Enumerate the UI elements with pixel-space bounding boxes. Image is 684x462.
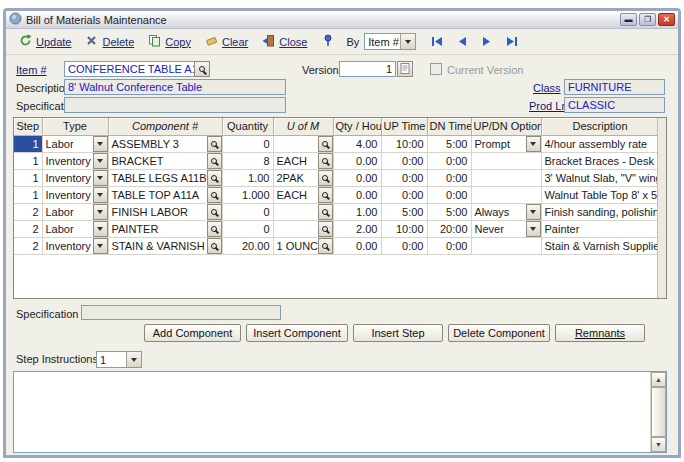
grid-cell-uom[interactable]: 2PAK	[273, 169, 333, 186]
search-icon[interactable]	[207, 170, 222, 186]
grid-cell-description[interactable]: Bracket Braces - Desk Unit	[541, 152, 659, 169]
grid-cell-quantity[interactable]: 20.00	[222, 237, 273, 254]
grid-cell-component[interactable]: FINISH LABOR	[108, 203, 222, 220]
version-notes-button[interactable]	[397, 61, 413, 77]
step-instructions-combo[interactable]: 1	[96, 351, 142, 368]
grid-cell-qty-hour[interactable]: 0.00	[333, 169, 381, 186]
grid-cell-description[interactable]: Painter	[541, 220, 659, 237]
add-component-button[interactable]: Add Component	[144, 324, 241, 342]
delete-button[interactable]: Delete	[78, 31, 141, 52]
chevron-down-icon[interactable]	[93, 187, 108, 203]
table-row[interactable]: 2 Labor PAINTER 0 2.00 10:00 20:00 Never…	[14, 220, 659, 237]
copy-button[interactable]: Copy	[141, 31, 198, 52]
grid-cell-uom[interactable]	[273, 220, 333, 237]
grid-cell-step[interactable]: 2	[14, 220, 42, 237]
close-button[interactable]: ✕	[658, 13, 675, 26]
scroll-up-arrow-icon[interactable]: ▲	[651, 372, 666, 387]
class-label[interactable]: Class	[533, 82, 561, 94]
grid-cell-type[interactable]: Inventory	[42, 237, 108, 254]
table-row[interactable]: 1 Labor ASSEMBLY 3 0 4.00 10:00 5:00 Pro…	[14, 135, 659, 152]
search-icon[interactable]	[207, 187, 222, 203]
grid-cell-step[interactable]: 1	[14, 169, 42, 186]
grid-cell-up-time[interactable]: 10:00	[381, 220, 427, 237]
grid-cell-component[interactable]: TABLE TOP A11A	[108, 186, 222, 203]
table-row[interactable]: 1 Inventory BRACKET 8 EACH 0.00 0:00 0:0…	[14, 152, 659, 169]
prodln-label[interactable]: Prod Ln	[529, 100, 568, 112]
grid-cell-type[interactable]: Inventory	[42, 152, 108, 169]
chevron-down-icon[interactable]	[400, 34, 415, 49]
grid-cell-qty-hour[interactable]: 0.00	[333, 186, 381, 203]
grid-cell-type[interactable]: Labor	[42, 203, 108, 220]
grid-cell-dn-time[interactable]: 0:00	[427, 186, 471, 203]
version-input[interactable]: 1	[339, 61, 396, 77]
grid-cell-type[interactable]: Labor	[42, 135, 108, 152]
grid-cell-uom[interactable]: EACH	[273, 152, 333, 169]
grid-cell-dn-time[interactable]: 5:00	[427, 203, 471, 220]
table-row[interactable]: 2 Inventory STAIN & VARNISH 20.00 1 OUNC…	[14, 237, 659, 254]
search-icon[interactable]	[207, 153, 222, 169]
grid-cell-uom[interactable]: 1 OUNCE	[273, 237, 333, 254]
grid-cell-component[interactable]: PAINTER	[108, 220, 222, 237]
pin-button[interactable]	[318, 31, 338, 53]
scrollbar-thumb[interactable]	[651, 387, 666, 437]
first-record-button[interactable]	[430, 35, 445, 48]
grid-cell-up-time[interactable]: 5:00	[381, 203, 427, 220]
grid-cell-dn-time[interactable]: 5:00	[427, 135, 471, 152]
search-icon[interactable]	[318, 136, 333, 152]
search-icon[interactable]	[207, 238, 222, 254]
grid-cell-qty-hour[interactable]: 1.00	[333, 203, 381, 220]
grid-cell-updn-option[interactable]	[471, 237, 541, 254]
scroll-down-arrow-icon[interactable]: ▼	[651, 437, 666, 452]
grid-cell-updn-option[interactable]: Never	[471, 220, 541, 237]
grid-cell-dn-time[interactable]: 0:00	[427, 169, 471, 186]
clear-button[interactable]: Clear	[198, 31, 255, 52]
grid-cell-step[interactable]: 2	[14, 237, 42, 254]
delete-component-button[interactable]: Delete Component	[448, 324, 550, 342]
table-row[interactable]: 1 Inventory TABLE TOP A11A 1.000 EACH 0.…	[14, 186, 659, 203]
chevron-down-icon[interactable]	[93, 153, 108, 169]
table-row[interactable]: 1 Inventory TABLE LEGS A11B 1.00 2PAK 0.…	[14, 169, 659, 186]
grid-cell-step[interactable]: 2	[14, 203, 42, 220]
grid-cell-description[interactable]: 4/hour assembly rate	[541, 135, 659, 152]
grid-cell-up-time[interactable]: 0:00	[381, 186, 427, 203]
grid-cell-quantity[interactable]: 8	[222, 152, 273, 169]
search-icon[interactable]	[207, 136, 222, 152]
previous-record-button[interactable]	[456, 35, 469, 48]
chevron-down-icon[interactable]	[126, 352, 141, 367]
grid-cell-step[interactable]: 1	[14, 135, 42, 152]
search-icon[interactable]	[318, 204, 333, 220]
grid-cell-component[interactable]: TABLE LEGS A11B	[108, 169, 222, 186]
item-search-button[interactable]	[194, 61, 210, 77]
grid-cell-updn-option[interactable]: Always	[471, 203, 541, 220]
by-combo[interactable]: Item #	[364, 33, 416, 50]
chevron-down-icon[interactable]	[93, 221, 108, 237]
grid-cell-quantity[interactable]: 1.00	[222, 169, 273, 186]
grid-cell-quantity[interactable]: 0	[222, 135, 273, 152]
grid-cell-quantity[interactable]: 1.000	[222, 186, 273, 203]
grid-cell-step[interactable]: 1	[14, 186, 42, 203]
grid-cell-description[interactable]: Stain & Varnish Supplies	[541, 237, 659, 254]
grid-cell-quantity[interactable]: 0	[222, 203, 273, 220]
maximize-button[interactable]: ❐	[639, 13, 656, 26]
grid-cell-quantity[interactable]: 0	[222, 220, 273, 237]
grid-cell-qty-hour[interactable]: 4.00	[333, 135, 381, 152]
search-icon[interactable]	[318, 187, 333, 203]
grid-cell-up-time[interactable]: 10:00	[381, 135, 427, 152]
grid-cell-qty-hour[interactable]: 0.00	[333, 237, 381, 254]
grid-cell-dn-time[interactable]: 20:00	[427, 220, 471, 237]
vertical-scrollbar[interactable]: ▲ ▼	[650, 372, 666, 452]
chevron-down-icon[interactable]	[93, 238, 108, 254]
chevron-down-icon[interactable]	[93, 204, 108, 220]
grid-cell-updn-option[interactable]	[471, 169, 541, 186]
grid-cell-uom[interactable]: EACH	[273, 186, 333, 203]
grid-cell-uom[interactable]	[273, 203, 333, 220]
grid-cell-description[interactable]: Finish sanding, polishing and	[541, 203, 659, 220]
grid-cell-dn-time[interactable]: 0:00	[427, 237, 471, 254]
grid-cell-description[interactable]: 3' Walnut Slab, "V" wing.	[541, 169, 659, 186]
insert-step-button[interactable]: Insert Step	[353, 324, 443, 342]
grid-cell-up-time[interactable]: 0:00	[381, 169, 427, 186]
chevron-down-icon[interactable]	[526, 136, 541, 152]
grid-cell-updn-option[interactable]	[471, 152, 541, 169]
last-record-button[interactable]	[504, 35, 519, 48]
chevron-down-icon[interactable]	[93, 170, 108, 186]
